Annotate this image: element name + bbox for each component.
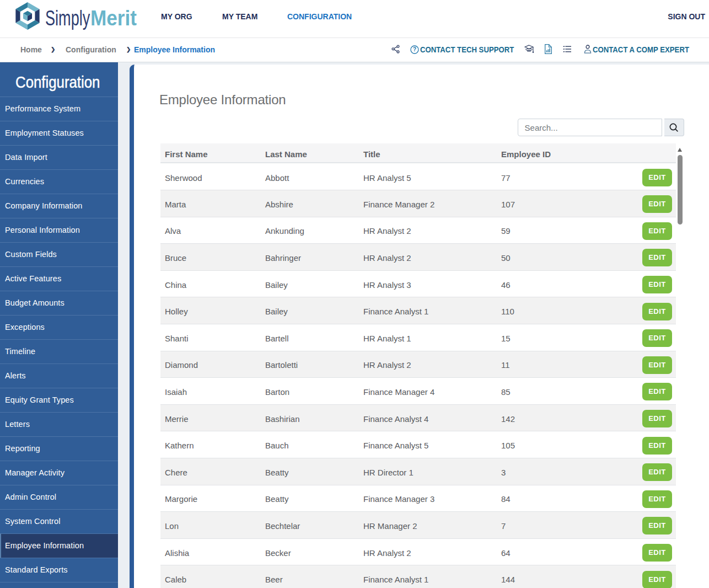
svg-text:?: ? <box>413 46 416 52</box>
